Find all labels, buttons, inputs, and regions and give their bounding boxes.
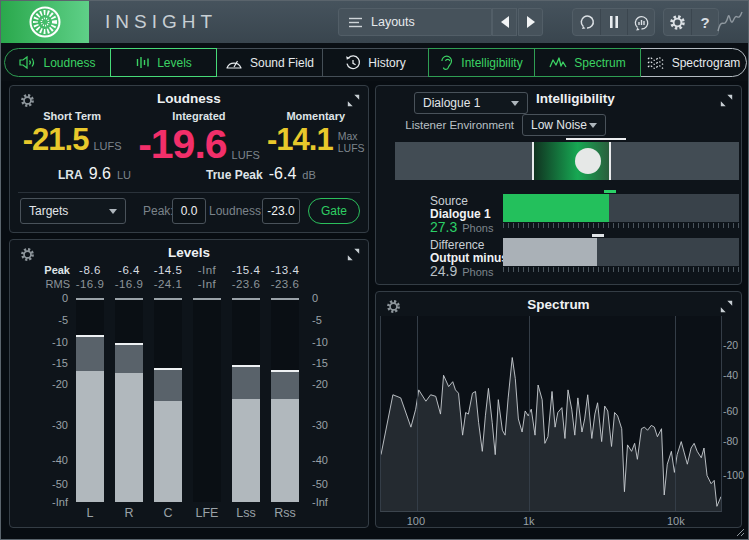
- tab-spectrogram[interactable]: Spectrogram: [640, 48, 747, 77]
- intelligibility-range-meter: [395, 142, 739, 180]
- reset-meters-button[interactable]: [627, 9, 654, 35]
- targets-dropdown[interactable]: Targets: [20, 198, 126, 224]
- short-term-unit: LUFS: [93, 140, 121, 154]
- difference-unit: Phons: [462, 266, 493, 278]
- meter-R: [115, 298, 143, 502]
- pause-button[interactable]: [600, 9, 627, 35]
- scale-label-right: -15: [312, 357, 350, 369]
- scale-label-right: -Inf: [312, 496, 350, 508]
- intelligibility-title: Intelligibility: [536, 91, 615, 106]
- y-tick--40: -40: [723, 369, 738, 381]
- spectrum-expand-icon[interactable]: [720, 300, 733, 313]
- meter-mid-segment: [271, 371, 299, 399]
- tab-label: Levels: [157, 56, 192, 70]
- dialogue-source-dropdown[interactable]: Dialogue 1: [414, 92, 528, 114]
- y-tick--20: -20: [723, 339, 738, 351]
- levels-panel: Levels Peak RMS -8.6-16.9-6.4-16.9-14.5-…: [9, 239, 369, 528]
- intelligibility-indicator-knob[interactable]: [575, 148, 601, 174]
- rms-value-Rss: -23.6: [265, 278, 305, 290]
- tab-label: Intelligibility: [461, 56, 522, 70]
- meter-mid-segment: [115, 344, 143, 373]
- scale-label-left: -Inf: [30, 496, 68, 508]
- meter-top-cap: [76, 298, 104, 300]
- momentary-value: -14.1: [267, 126, 333, 154]
- spectrum-curve: [381, 316, 721, 511]
- short-term-value: -21.5: [23, 126, 89, 154]
- loudness-readouts: Short Term -21.5 LUFS Integrated -19.6 L…: [10, 110, 368, 163]
- meter-rms-segment: [76, 371, 104, 502]
- zone-end-line: [609, 142, 611, 180]
- peak-row-label: Peak: [18, 264, 70, 276]
- peak-field-label: Peak:: [143, 198, 174, 224]
- spectrum-panel: Spectrum 1001k10k-20-40-60-80-100: [375, 291, 742, 528]
- ear-icon: [440, 55, 454, 71]
- lra-readout: LRA 9.6 LU: [58, 165, 131, 183]
- peak-value-C: -14.5: [148, 264, 188, 276]
- integrated-value: -19.6: [138, 126, 226, 163]
- peak-value-R: -6.4: [109, 264, 149, 276]
- listener-environment-label: Listener Environment: [384, 119, 514, 131]
- tab-label: Spectrogram: [672, 56, 741, 70]
- momentary-label: Momentary: [286, 110, 345, 122]
- listener-environment-value: Low Noise: [531, 118, 587, 132]
- short-term-label: Short Term: [43, 110, 101, 122]
- channel-label-LFE: LFE: [187, 506, 227, 520]
- meter-peak-line: [76, 335, 104, 337]
- meter-Lss: [232, 298, 260, 502]
- rms-value-C: -24.1: [148, 278, 188, 290]
- layouts-dropdown[interactable]: Layouts: [338, 8, 492, 36]
- help-icon: ?: [700, 14, 709, 31]
- loudness-expand-icon[interactable]: [347, 94, 360, 107]
- history-clock-icon: [345, 55, 361, 71]
- gauge-icon: [225, 56, 243, 70]
- tab-intelligibility[interactable]: Intelligibility: [428, 48, 535, 77]
- izotope-signature-icon[interactable]: [715, 9, 745, 35]
- scale-label-left: 0: [30, 292, 68, 304]
- listener-environment-dropdown[interactable]: Low Noise: [522, 114, 606, 136]
- reset-icon: [579, 14, 595, 30]
- speaker-icon: [19, 55, 36, 70]
- loudness-target-input[interactable]: -23.0: [262, 198, 300, 224]
- difference-label: Difference: [430, 238, 484, 252]
- window-resize-grip[interactable]: [736, 528, 745, 537]
- list-icon: [349, 17, 362, 28]
- scale-label-left: -5: [30, 314, 68, 326]
- settings-button[interactable]: [664, 9, 691, 35]
- channel-label-C: C: [148, 506, 188, 520]
- true-peak-value: -6.4: [269, 165, 297, 183]
- source-unit: Phons: [462, 222, 493, 234]
- lra-unit: LU: [117, 169, 131, 181]
- levels-expand-icon[interactable]: [347, 248, 360, 261]
- channel-label-Rss: Rss: [265, 506, 305, 520]
- channel-label-Lss: Lss: [226, 506, 266, 520]
- source-bar: [503, 194, 739, 222]
- scale-label-left: -50: [30, 478, 68, 490]
- tab-sound-field[interactable]: Sound Field: [216, 48, 323, 77]
- true-peak-readout: True Peak -6.4 dB: [206, 165, 316, 183]
- gate-button[interactable]: Gate: [308, 198, 360, 224]
- tab-spectrum[interactable]: Spectrum: [534, 48, 641, 77]
- intelligibility-expand-icon[interactable]: [720, 94, 733, 107]
- peak-target-input[interactable]: 0.0: [172, 198, 206, 224]
- zone-start-line: [532, 142, 534, 180]
- source-tick-scale: [503, 223, 739, 228]
- settings-group: ?: [663, 8, 719, 36]
- difference-peak-tick: [592, 234, 604, 237]
- peak-value-LFE: -Inf: [187, 264, 227, 276]
- reset-button[interactable]: [573, 9, 600, 35]
- integrated-unit: LUFS: [232, 149, 260, 163]
- rms-value-LFE: -Inf: [187, 278, 227, 290]
- previous-layout-button[interactable]: [492, 8, 517, 36]
- chevron-down-icon: [511, 101, 519, 106]
- tab-loudness[interactable]: Loudness: [4, 48, 111, 77]
- next-layout-button[interactable]: [518, 8, 543, 36]
- help-button[interactable]: ?: [691, 9, 718, 35]
- tab-levels[interactable]: Levels: [110, 48, 217, 77]
- top-bar: INSIGHT Layouts: [1, 1, 748, 43]
- meter-top-cap: [271, 298, 299, 300]
- tab-history[interactable]: History: [322, 48, 429, 77]
- spectrum-plot: [380, 316, 722, 512]
- rms-value-Lss: -23.6: [226, 278, 266, 290]
- meter-Rss: [271, 298, 299, 502]
- spectrum-title: Spectrum: [376, 297, 741, 312]
